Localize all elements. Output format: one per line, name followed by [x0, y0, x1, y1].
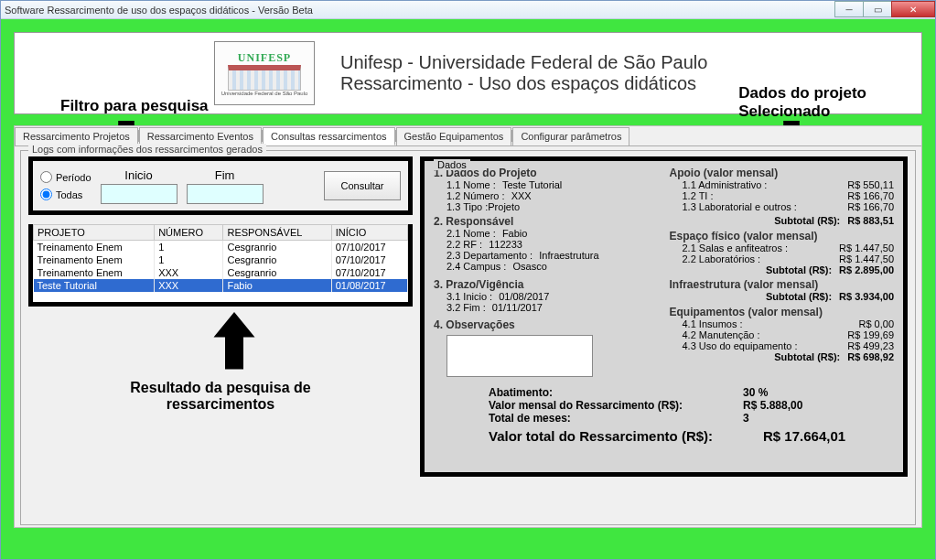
- dados-legend: Dados: [434, 159, 470, 170]
- main-frame: Filtro para pesquisa Dados do projeto Se…: [1, 19, 935, 559]
- header-text: Unifesp - Universidade Federal de São Pa…: [340, 52, 707, 94]
- fim-label: Fim: [215, 168, 235, 182]
- minimize-button[interactable]: ─: [834, 1, 864, 17]
- close-button[interactable]: ✕: [891, 1, 935, 17]
- column-header[interactable]: PROJETO: [34, 225, 155, 241]
- tab-ressarcimento-eventos[interactable]: Ressarcimento Eventos: [139, 127, 262, 145]
- section-equip: Equipamentos (valor mensal): [670, 306, 895, 318]
- table-row[interactable]: Treinamento Enem1Cesgranrio07/10/2017: [34, 241, 408, 254]
- up-arrow-icon: [211, 312, 257, 367]
- unifesp-logo: UNIFESP Universidade Federal de São Paul…: [214, 41, 315, 105]
- column-header[interactable]: INÍCIO: [331, 225, 407, 241]
- results-table-wrap: PROJETONÚMERORESPONSÁVELINÍCIO Treinamen…: [28, 224, 413, 307]
- maximize-button[interactable]: ▭: [863, 1, 892, 17]
- fieldset-legend: Logs com informações dos ressarcimentos …: [28, 144, 266, 155]
- filter-box: Período Todas Inicio Fim Con: [28, 156, 413, 215]
- tab-ressarcimento-projetos[interactable]: Ressarcimento Projetos: [15, 127, 138, 145]
- consultar-button[interactable]: Consultar: [324, 171, 401, 200]
- column-header[interactable]: RESPONSÁVEL: [223, 225, 331, 241]
- left-column: Período Todas Inicio Fim Con: [28, 156, 413, 477]
- annotation-result: Resultado da pesquisa de ressarcimentos: [28, 380, 413, 413]
- tab-container: Ressarcimento ProjetosRessarcimento Even…: [14, 125, 922, 528]
- tab-configurar-parâmetros[interactable]: Configurar parâmetros: [512, 127, 629, 145]
- tab-gestão-equipamentos[interactable]: Gestão Equipamentos: [396, 127, 512, 145]
- section-infra: Infraestrutura (valor mensal): [670, 278, 895, 291]
- section-espaco: Espaço físico (valor mensal): [670, 230, 895, 242]
- section-responsavel: 2. Responsável: [434, 215, 659, 228]
- tab-consultas-ressarcimentos[interactable]: Consultas ressarcimentos: [263, 127, 395, 145]
- section-prazo: 3. Prazo/Vigência: [434, 278, 659, 291]
- inicio-input[interactable]: [101, 184, 178, 204]
- table-row[interactable]: Teste TutorialXXXFabio01/08/2017: [34, 279, 408, 292]
- dados-panel: Dados 1. Dados do Projeto 1.1 Nome : Tes…: [420, 156, 908, 477]
- building-icon: [228, 65, 301, 91]
- annotation-filter: Filtro para pesquisa: [60, 97, 209, 115]
- titlebar: Software Ressarcimento de uso dos espaço…: [1, 1, 935, 19]
- window-title: Software Ressarcimento de uso dos espaço…: [5, 5, 313, 16]
- observacoes-box[interactable]: [446, 335, 593, 377]
- header-bar: Filtro para pesquisa Dados do projeto Se…: [14, 32, 922, 114]
- logs-fieldset: Logs com informações dos ressarcimentos …: [20, 150, 916, 525]
- column-header[interactable]: NÚMERO: [155, 225, 223, 241]
- fim-input[interactable]: [187, 184, 264, 204]
- radio-todas[interactable]: Todas: [40, 188, 91, 200]
- table-row[interactable]: Treinamento Enem1Cesgranrio07/10/2017: [34, 253, 408, 266]
- annotation-dados: Dados do projeto Selecionado: [738, 84, 866, 121]
- totals-block: Abatimento:30 % Valor mensal do Ressarci…: [434, 386, 894, 444]
- results-table[interactable]: PROJETONÚMERORESPONSÁVELINÍCIO Treinamen…: [33, 224, 408, 292]
- radio-periodo[interactable]: Período: [40, 171, 91, 183]
- app-window: Software Ressarcimento de uso dos espaço…: [0, 0, 936, 560]
- section-apoio: Apoio (valor mensal): [670, 167, 895, 179]
- inicio-label: Inicio: [124, 168, 152, 182]
- table-row[interactable]: Treinamento EnemXXXCesgranrio07/10/2017: [34, 266, 408, 279]
- section-obs: 4. Observações: [434, 318, 659, 331]
